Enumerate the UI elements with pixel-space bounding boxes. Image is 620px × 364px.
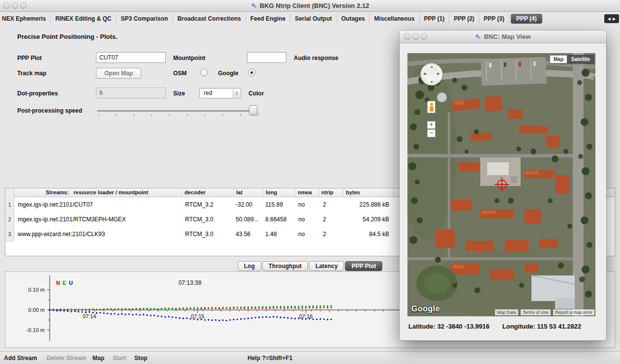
toolbar-start[interactable]: Start — [113, 355, 126, 362]
tab-ppp-1[interactable]: PPP (1) — [420, 14, 450, 24]
tab-scroll-control[interactable]: ◀▶ — [604, 14, 619, 23]
svg-text:U: U — [69, 280, 73, 286]
speed-slider-track[interactable] — [97, 110, 257, 112]
post-processing-speed-label: Post-processing speed — [17, 107, 82, 114]
column-header[interactable]: ntrip — [321, 189, 333, 195]
pan-right-icon[interactable]: ▶ — [437, 72, 440, 76]
column-header[interactable]: lat — [236, 189, 243, 195]
plot-tab-throughput[interactable]: Throughput — [262, 261, 308, 271]
tab-sp3-comparison[interactable]: SP3 Comparison — [116, 14, 173, 24]
map-window-title: BNC: Map View — [400, 33, 606, 41]
cell-lat: -32.00 — [236, 201, 252, 208]
tab-serial-output[interactable]: Serial Output — [290, 14, 337, 24]
ppp-plot-input[interactable] — [96, 52, 166, 63]
cell-bytes: 54.209 kB — [342, 216, 389, 223]
satellite-mode-button[interactable]: Satellite — [567, 55, 594, 63]
tab-scroll-left-icon[interactable]: ◀ — [608, 17, 611, 21]
dot-color-value: red — [204, 90, 212, 96]
help-hint: Help ?=Shift+F1 — [248, 355, 292, 362]
column-header[interactable]: bytes — [346, 189, 360, 195]
plot-tab-latency[interactable]: Latency — [309, 261, 344, 271]
track-map-label: Track map — [17, 70, 46, 77]
mountpoint-label: Mountpoint — [173, 55, 205, 61]
pan-up-icon[interactable]: ▲ — [430, 65, 434, 68]
map-data-link[interactable]: Map Data — [495, 309, 518, 315]
cell-mountpoint: mgex.igs-ip.net:2101/RTCM3EPH-MGEX — [18, 216, 126, 223]
audio-response-input[interactable] — [247, 52, 286, 63]
pan-left-icon[interactable]: ◀ — [423, 72, 426, 76]
cell-ntrip: 2 — [323, 231, 326, 238]
zoom-in-button[interactable]: + — [427, 121, 435, 129]
satellite-imagery[interactable] — [407, 53, 595, 316]
open-map-button[interactable]: Open Map — [96, 68, 141, 79]
cell-nmea: no — [298, 201, 305, 208]
dot-size-input[interactable] — [96, 88, 166, 98]
speed-slider-handle[interactable] — [249, 105, 257, 115]
bnc-app-icon — [251, 2, 257, 10]
cell-ntrip: 2 — [323, 216, 326, 223]
map-viewport[interactable]: Map Satellite ▲ ▼ ◀ ▶ + − Google Map Dat… — [407, 53, 595, 316]
toolbar-map[interactable]: Map — [93, 355, 104, 362]
bnc-app-icon — [475, 33, 481, 41]
cell-nmea: no — [298, 231, 305, 238]
tab-miscellaneous[interactable]: Miscellaneous — [370, 14, 419, 24]
cell-bytes: 84.5 kB — [342, 231, 389, 238]
svg-text:E: E — [62, 280, 66, 286]
svg-text:-0.10 m: -0.10 m — [27, 327, 45, 333]
bnc-main-window: BKG Ntrip Client (BNC) Version 2.12 NEX … — [0, 0, 620, 364]
dot-color-select[interactable]: red▲▼ — [199, 88, 241, 98]
column-header[interactable]: long — [266, 189, 277, 195]
cell-lat: 43.56 — [236, 231, 250, 238]
cell-long: 1.48 — [265, 231, 277, 238]
tab-ppp-2[interactable]: PPP (2) — [449, 14, 479, 24]
pan-control[interactable]: ▲ ▼ ◀ ▶ — [420, 63, 443, 86]
cell-decoder: RTCM_3.0 — [185, 231, 214, 238]
cell-decoder: RTCM_3.2 — [185, 201, 214, 208]
zoom-out-button[interactable]: − — [427, 129, 435, 137]
plot-tab-ppp-plot[interactable]: PPP Plot — [345, 261, 382, 271]
coordinates-readout: Latitude: 32 -3840 -13.9916 Longitude: 1… — [408, 323, 581, 330]
row-number: 2 — [5, 212, 14, 227]
latitude-value: Latitude: 32 -3840 -13.9916 — [408, 323, 490, 330]
tab-nex-ephemeris[interactable]: NEX Ephemeris — [0, 14, 51, 24]
cell-bytes: 225.886 kB — [342, 201, 389, 208]
pan-down-icon[interactable]: ▼ — [430, 80, 434, 84]
svg-text:07:15: 07:15 — [191, 313, 205, 319]
tab-ppp-3[interactable]: PPP (3) — [479, 14, 509, 24]
svg-text:07:14: 07:14 — [83, 313, 96, 319]
pegman-icon[interactable] — [427, 101, 435, 113]
map-titlebar: BNC: Map View — [400, 30, 606, 43]
google-label: Google — [218, 70, 238, 77]
tab-bar: NEX EphemerisRINEX Editing & QCSP3 Compa… — [0, 12, 604, 25]
tab-scroll-right-icon[interactable]: ▶ — [613, 17, 616, 21]
longitude-value: Longitude: 115 53 41.2822 — [502, 323, 581, 330]
color-label: Color — [248, 90, 264, 97]
toolbar-add-stream[interactable]: Add Stream — [4, 355, 37, 362]
toolbar-stop[interactable]: Stop — [134, 355, 148, 362]
report-error-link[interactable]: Report a map error — [553, 309, 594, 315]
tab-feed-engine[interactable]: Feed Engine — [246, 14, 290, 24]
map-mode-button[interactable]: Map — [550, 55, 567, 63]
tab-ppp-4[interactable]: PPP (4) — [511, 14, 542, 24]
column-header[interactable]: Streams: resource loader / mountpoint — [46, 189, 148, 195]
tab-broadcast-corrections[interactable]: Broadcast Corrections — [173, 14, 246, 24]
terms-of-use-link[interactable]: Terms of Use — [521, 309, 551, 315]
google-logo[interactable]: Google — [411, 304, 440, 313]
cell-long: 115.89 — [265, 201, 283, 208]
column-header[interactable]: decoder — [185, 189, 206, 195]
cell-mountpoint: www.ppp-wizard.net:2101/CLK93 — [18, 231, 105, 238]
osm-radio[interactable] — [200, 69, 208, 76]
plot-tab-log[interactable]: Log — [238, 261, 261, 271]
toolbar-delete-stream[interactable]: Delete Stream — [47, 355, 86, 362]
cell-mountpoint: mgex.igs-ip.net:2101/CUT07 — [18, 201, 93, 208]
google-radio[interactable] — [248, 69, 255, 76]
svg-text:0.10 m: 0.10 m — [28, 287, 45, 293]
svg-text:N: N — [56, 280, 60, 286]
row-number: 3 — [5, 227, 14, 242]
cell-nmea: no — [298, 216, 305, 223]
column-header[interactable]: nmea — [298, 189, 312, 195]
tab-outages[interactable]: Outages — [337, 14, 370, 24]
ppp-plot-label: PPP Plot — [17, 55, 42, 61]
speed-slider-ticks — [98, 114, 258, 116]
tab-rinex-editing-qc[interactable]: RINEX Editing & QC — [51, 14, 116, 24]
